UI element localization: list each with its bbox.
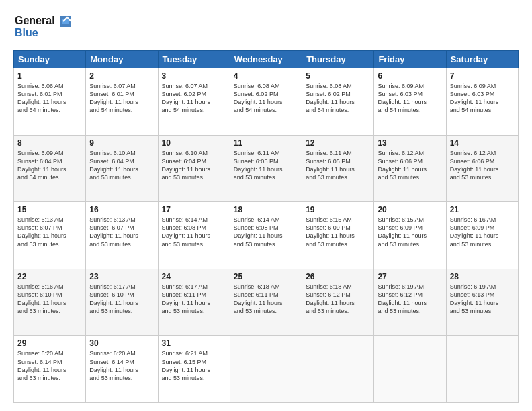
calendar-cell: 25Sunrise: 6:18 AM Sunset: 6:11 PM Dayli… [230,269,302,336]
day-number: 5 [306,71,370,81]
calendar-cell: 8Sunrise: 6:09 AM Sunset: 6:04 PM Daylig… [14,135,86,202]
day-info: Sunrise: 6:16 AM Sunset: 6:10 PM Dayligh… [17,283,82,316]
calendar-cell: 21Sunrise: 6:16 AM Sunset: 6:09 PM Dayli… [446,202,518,269]
calendar-cell: 29Sunrise: 6:20 AM Sunset: 6:14 PM Dayli… [14,336,86,403]
day-number: 24 [162,272,226,281]
day-number: 14 [450,138,515,148]
day-number: 18 [234,205,298,214]
day-info: Sunrise: 6:14 AM Sunset: 6:08 PM Dayligh… [234,216,298,248]
day-info: Sunrise: 6:12 AM Sunset: 6:06 PM Dayligh… [450,149,515,182]
day-info: Sunrise: 6:08 AM Sunset: 6:02 PM Dayligh… [306,82,370,115]
day-number: 12 [306,138,370,148]
day-info: Sunrise: 6:18 AM Sunset: 6:11 PM Dayligh… [234,283,298,316]
day-number: 8 [17,138,82,148]
logo-icon: General Blue [13,11,74,41]
calendar-cell: 15Sunrise: 6:13 AM Sunset: 6:07 PM Dayli… [14,202,86,269]
day-number: 9 [89,138,154,148]
calendar-header-wednesday: Wednesday [230,51,302,68]
calendar-cell: 14Sunrise: 6:12 AM Sunset: 6:06 PM Dayli… [446,135,518,202]
calendar-cell: 16Sunrise: 6:13 AM Sunset: 6:07 PM Dayli… [86,202,158,269]
day-number: 22 [17,272,82,281]
calendar-cell: 11Sunrise: 6:11 AM Sunset: 6:05 PM Dayli… [230,135,302,202]
day-info: Sunrise: 6:14 AM Sunset: 6:08 PM Dayligh… [162,216,226,248]
calendar-cell [302,336,374,403]
day-info: Sunrise: 6:17 AM Sunset: 6:10 PM Dayligh… [89,283,154,316]
day-info: Sunrise: 6:13 AM Sunset: 6:07 PM Dayligh… [17,216,82,248]
calendar-cell [446,336,518,403]
calendar-header-saturday: Saturday [446,51,518,68]
calendar-cell [374,336,446,403]
calendar-cell: 6Sunrise: 6:09 AM Sunset: 6:03 PM Daylig… [374,68,446,136]
day-number: 17 [162,205,226,214]
svg-text:Blue: Blue [15,27,38,38]
calendar-cell: 2Sunrise: 6:07 AM Sunset: 6:01 PM Daylig… [86,68,158,136]
day-number: 3 [162,71,226,81]
calendar-cell: 5Sunrise: 6:08 AM Sunset: 6:02 PM Daylig… [302,68,374,136]
calendar-cell: 27Sunrise: 6:19 AM Sunset: 6:12 PM Dayli… [374,269,446,336]
day-info: Sunrise: 6:16 AM Sunset: 6:09 PM Dayligh… [450,216,515,248]
calendar-header-monday: Monday [86,51,158,68]
calendar-table: SundayMondayTuesdayWednesdayThursdayFrid… [13,50,519,403]
calendar-body: 1Sunrise: 6:06 AM Sunset: 6:01 PM Daylig… [14,68,519,403]
day-number: 21 [450,205,515,214]
day-number: 6 [378,71,442,81]
calendar-cell: 28Sunrise: 6:19 AM Sunset: 6:13 PM Dayli… [446,269,518,336]
day-info: Sunrise: 6:08 AM Sunset: 6:02 PM Dayligh… [234,82,298,115]
day-number: 30 [89,338,154,348]
day-info: Sunrise: 6:06 AM Sunset: 6:01 PM Dayligh… [17,82,82,115]
calendar-cell: 1Sunrise: 6:06 AM Sunset: 6:01 PM Daylig… [14,68,86,136]
day-number: 29 [17,338,82,348]
day-number: 26 [306,272,370,281]
day-number: 28 [450,272,515,281]
day-number: 23 [89,272,154,281]
day-number: 13 [378,138,442,148]
day-info: Sunrise: 6:10 AM Sunset: 6:04 PM Dayligh… [162,149,226,182]
calendar-cell: 12Sunrise: 6:11 AM Sunset: 6:05 PM Dayli… [302,135,374,202]
day-info: Sunrise: 6:20 AM Sunset: 6:14 PM Dayligh… [89,349,154,382]
day-number: 31 [162,338,226,348]
calendar-header-tuesday: Tuesday [158,51,230,68]
day-number: 10 [162,138,226,148]
day-number: 15 [17,205,82,214]
day-info: Sunrise: 6:17 AM Sunset: 6:11 PM Dayligh… [162,283,226,316]
calendar-cell: 3Sunrise: 6:07 AM Sunset: 6:02 PM Daylig… [158,68,230,136]
calendar-header-sunday: Sunday [14,51,86,68]
calendar-cell: 24Sunrise: 6:17 AM Sunset: 6:11 PM Dayli… [158,269,230,336]
day-info: Sunrise: 6:19 AM Sunset: 6:12 PM Dayligh… [378,283,442,316]
calendar-cell: 30Sunrise: 6:20 AM Sunset: 6:14 PM Dayli… [86,336,158,403]
calendar-week-5: 29Sunrise: 6:20 AM Sunset: 6:14 PM Dayli… [14,336,519,403]
day-number: 25 [234,272,298,281]
day-info: Sunrise: 6:15 AM Sunset: 6:09 PM Dayligh… [306,216,370,248]
calendar-week-2: 8Sunrise: 6:09 AM Sunset: 6:04 PM Daylig… [14,135,519,202]
logo: General Blue [13,11,74,44]
day-number: 7 [450,71,515,81]
calendar-cell: 7Sunrise: 6:09 AM Sunset: 6:03 PM Daylig… [446,68,518,136]
day-info: Sunrise: 6:09 AM Sunset: 6:03 PM Dayligh… [450,82,515,115]
day-info: Sunrise: 6:09 AM Sunset: 6:04 PM Dayligh… [17,149,82,182]
day-info: Sunrise: 6:15 AM Sunset: 6:09 PM Dayligh… [378,216,442,248]
day-number: 11 [234,138,298,148]
day-number: 4 [234,71,298,81]
calendar-cell: 18Sunrise: 6:14 AM Sunset: 6:08 PM Dayli… [230,202,302,269]
calendar-cell: 31Sunrise: 6:21 AM Sunset: 6:15 PM Dayli… [158,336,230,403]
day-info: Sunrise: 6:20 AM Sunset: 6:14 PM Dayligh… [17,349,82,382]
calendar-cell: 20Sunrise: 6:15 AM Sunset: 6:09 PM Dayli… [374,202,446,269]
calendar-cell: 23Sunrise: 6:17 AM Sunset: 6:10 PM Dayli… [86,269,158,336]
day-info: Sunrise: 6:07 AM Sunset: 6:02 PM Dayligh… [162,82,226,115]
calendar-cell: 19Sunrise: 6:15 AM Sunset: 6:09 PM Dayli… [302,202,374,269]
calendar-week-3: 15Sunrise: 6:13 AM Sunset: 6:07 PM Dayli… [14,202,519,269]
day-info: Sunrise: 6:11 AM Sunset: 6:05 PM Dayligh… [234,149,298,182]
calendar-cell: 9Sunrise: 6:10 AM Sunset: 6:04 PM Daylig… [86,135,158,202]
day-info: Sunrise: 6:21 AM Sunset: 6:15 PM Dayligh… [162,349,226,382]
day-info: Sunrise: 6:10 AM Sunset: 6:04 PM Dayligh… [89,149,154,182]
day-info: Sunrise: 6:12 AM Sunset: 6:06 PM Dayligh… [378,149,442,182]
calendar-header-friday: Friday [374,51,446,68]
day-info: Sunrise: 6:09 AM Sunset: 6:03 PM Dayligh… [378,82,442,115]
calendar-header-row: SundayMondayTuesdayWednesdayThursdayFrid… [14,51,519,68]
day-number: 2 [89,71,154,81]
day-info: Sunrise: 6:18 AM Sunset: 6:12 PM Dayligh… [306,283,370,316]
day-number: 27 [378,272,442,281]
calendar-cell: 13Sunrise: 6:12 AM Sunset: 6:06 PM Dayli… [374,135,446,202]
calendar-cell: 17Sunrise: 6:14 AM Sunset: 6:08 PM Dayli… [158,202,230,269]
day-number: 19 [306,205,370,214]
